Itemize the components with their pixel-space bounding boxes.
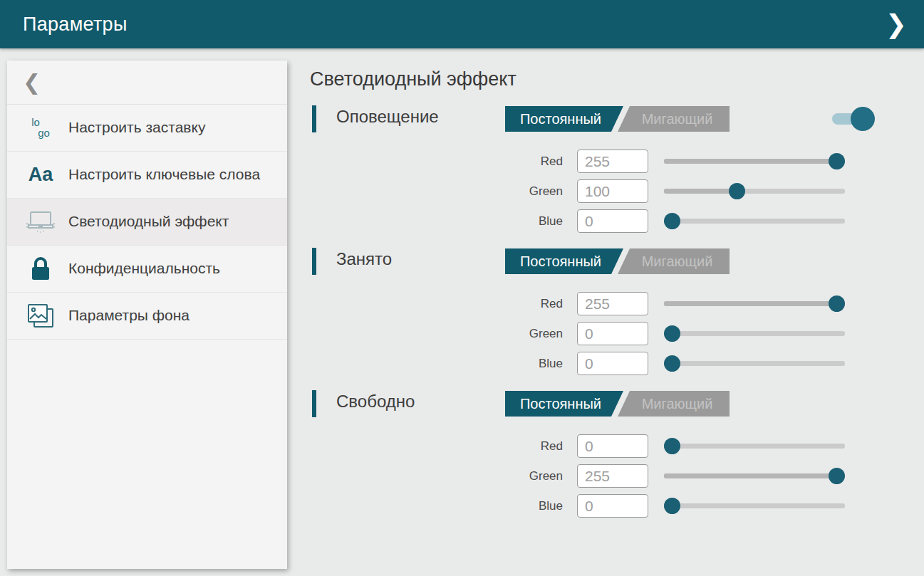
red-slider[interactable] <box>664 434 845 458</box>
red-slider[interactable] <box>664 292 845 315</box>
back-chevron-icon[interactable]: ❮ <box>23 72 41 93</box>
section-notification: Оповещение Постоянный Мигающий Red Green <box>310 105 924 233</box>
tab-blinking[interactable]: Мигающий <box>618 391 730 417</box>
red-slider[interactable] <box>664 150 845 173</box>
toggle-knob[interactable] <box>851 107 875 131</box>
images-icon <box>24 303 57 330</box>
blue-row: Blue <box>310 352 924 375</box>
section-title: Занято <box>336 249 392 269</box>
sidebar-item-keywords[interactable]: Aa Настроить ключевые слова <box>7 152 287 199</box>
tab-blinking[interactable]: Мигающий <box>618 106 730 132</box>
sidebar-item-label: Настроить заставку <box>68 111 205 144</box>
slider-knob[interactable] <box>664 213 680 229</box>
mode-tabs: Постоянный Мигающий <box>505 391 730 417</box>
sidebar-item-background[interactable]: Параметры фона <box>7 293 287 340</box>
tab-blinking[interactable]: Мигающий <box>618 248 730 274</box>
section-accent-bar <box>312 248 316 275</box>
green-label: Green <box>310 327 563 341</box>
red-value-input[interactable] <box>577 292 648 315</box>
section-busy: Занято Постоянный Мигающий Red Green <box>310 248 924 375</box>
blue-slider[interactable] <box>664 209 845 233</box>
logo-icon: lo go <box>24 117 57 138</box>
blue-value-input[interactable] <box>577 352 648 375</box>
green-slider[interactable] <box>664 179 845 203</box>
mode-tabs: Постоянный Мигающий <box>505 106 730 132</box>
blue-label: Blue <box>310 214 563 229</box>
tab-constant[interactable]: Постоянный <box>505 391 623 417</box>
green-label: Green <box>310 184 563 199</box>
red-value-input[interactable] <box>577 434 648 458</box>
section-title: Оповещение <box>336 107 439 127</box>
green-value-input[interactable] <box>577 464 648 488</box>
section-title: Свободно <box>336 392 415 412</box>
monitor-icon <box>24 209 57 235</box>
red-label: Red <box>310 155 563 169</box>
sidebar-item-label: Настроить ключевые слова <box>68 158 260 191</box>
tab-constant[interactable]: Постоянный <box>505 106 623 132</box>
slider-knob[interactable] <box>829 295 845 312</box>
sidebar-item-splash-screen[interactable]: lo go Настроить заставку <box>7 105 287 152</box>
green-row: Green <box>310 322 924 345</box>
sidebar-item-label: Параметры фона <box>68 299 190 332</box>
green-value-input[interactable] <box>577 322 648 345</box>
panel-title: Светодиодный эффект <box>310 68 924 90</box>
blue-slider[interactable] <box>664 352 845 375</box>
sidebar-back-row[interactable]: ❮ <box>7 61 287 105</box>
section-accent-bar <box>312 390 316 417</box>
slider-knob[interactable] <box>664 325 680 342</box>
led-effect-panel: Светодиодный эффект Оповещение Постоянны… <box>310 68 924 524</box>
blue-row: Blue <box>310 209 924 233</box>
green-label: Green <box>310 469 563 483</box>
sidebar-item-privacy[interactable]: Конфиденциальность <box>7 246 287 293</box>
mode-tabs: Постоянный Мигающий <box>505 248 730 274</box>
settings-sidebar: ❮ lo go Настроить заставку Aa Настроить … <box>7 61 287 569</box>
blue-row: Blue <box>310 494 924 518</box>
blue-value-input[interactable] <box>577 209 648 233</box>
section-accent-bar <box>312 105 316 132</box>
slider-knob[interactable] <box>664 438 680 454</box>
green-value-input[interactable] <box>577 179 648 203</box>
red-value-input[interactable] <box>577 150 648 173</box>
app-header: Параметры ❯ <box>0 0 924 48</box>
slider-knob[interactable] <box>829 468 845 484</box>
sidebar-item-led-effect[interactable]: Светодиодный эффект <box>7 199 287 246</box>
blue-value-input[interactable] <box>577 494 648 518</box>
green-row: Green <box>310 179 924 203</box>
slider-knob[interactable] <box>729 183 745 199</box>
blue-label: Blue <box>310 499 563 513</box>
green-slider[interactable] <box>664 464 845 488</box>
red-row: Red <box>310 150 924 173</box>
text-Aa-icon: Aa <box>24 164 57 186</box>
collapse-panel-icon[interactable]: ❯ <box>886 11 907 37</box>
green-row: Green <box>310 464 924 488</box>
section-free: Свободно Постоянный Мигающий Red Green <box>310 390 924 518</box>
slider-knob[interactable] <box>829 153 845 169</box>
section-enable-toggle[interactable] <box>832 107 875 131</box>
red-label: Red <box>310 439 563 454</box>
slider-knob[interactable] <box>664 498 680 514</box>
lock-icon <box>24 256 57 282</box>
page-title: Параметры <box>23 14 128 36</box>
blue-label: Blue <box>310 357 563 371</box>
red-row: Red <box>310 292 924 315</box>
red-row: Red <box>310 434 924 458</box>
sidebar-item-label: Конфиденциальность <box>68 252 220 285</box>
sidebar-item-label: Светодиодный эффект <box>68 205 229 238</box>
slider-knob[interactable] <box>664 355 680 372</box>
red-label: Red <box>310 297 563 311</box>
tab-constant[interactable]: Постоянный <box>505 248 623 274</box>
blue-slider[interactable] <box>664 494 845 518</box>
green-slider[interactable] <box>664 322 845 345</box>
